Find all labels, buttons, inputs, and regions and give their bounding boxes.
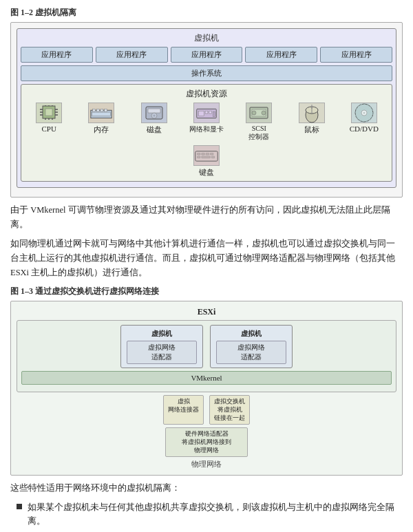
vm-box-label: 虚拟机 xyxy=(21,32,392,44)
svg-rect-28 xyxy=(213,111,215,117)
cdrom-label: CD/DVD xyxy=(350,125,379,133)
icon-item-mouse: 鼠标 xyxy=(289,103,334,141)
os-block: 操作系统 xyxy=(21,65,392,81)
icon-item-cdrom: CD/DVD xyxy=(341,103,386,141)
svg-point-23 xyxy=(153,115,155,117)
fig1-2-label: 图 1–2 虚拟机隔离 xyxy=(10,7,403,19)
hw-adapter: 硬件网络适配器将虚拟机网络接到物理网络 xyxy=(165,427,248,457)
app-block-5: 应用程序 xyxy=(320,47,392,63)
svg-point-32 xyxy=(262,111,266,115)
vm-left-adapter: 虚拟网络适配器 xyxy=(127,341,197,364)
para-2: 如同物理机通过网卡就可与网络中其他计算机进行通信一样，虚拟机也可以通过虚拟交换机… xyxy=(10,237,403,281)
app-block-3: 应用程序 xyxy=(171,47,243,63)
apps-row: 应用程序 应用程序 应用程序 应用程序 应用程序 xyxy=(21,47,392,63)
svg-rect-45 xyxy=(210,153,213,155)
svg-rect-25 xyxy=(199,111,204,116)
mem-label: 内存 xyxy=(94,125,109,135)
svg-rect-17 xyxy=(100,109,103,111)
switch-left-label: 虚拟网络连接器 xyxy=(168,398,199,414)
icon-item-disk: 磁盘 xyxy=(131,103,176,141)
icon-item-net: 网络和显卡 xyxy=(184,103,229,141)
app-block-2: 应用程序 xyxy=(96,47,168,63)
svg-point-31 xyxy=(252,111,256,115)
svg-rect-47 xyxy=(202,156,211,158)
cpu-label: CPU xyxy=(41,125,56,133)
svg-rect-1 xyxy=(45,109,52,116)
svg-rect-26 xyxy=(205,111,208,114)
vm-right-adapter: 虚拟网络适配器 xyxy=(216,341,286,364)
switch-left: 虚拟网络连接器 xyxy=(163,395,204,425)
svg-rect-46 xyxy=(198,156,201,158)
vresource-box: 虚拟机资源 xyxy=(21,84,392,182)
hw-adapter-label: 硬件网络适配器将虚拟机网络接到物理网络 xyxy=(170,430,243,454)
mouse-label: 鼠标 xyxy=(304,125,319,135)
icon-item-scsi: SCSI 控制器 xyxy=(237,103,282,141)
svg-rect-48 xyxy=(211,156,215,158)
para-1: 由于 VMkernel 可调节物理资源及通过其对物理硬件进行的所有访问，因此虚拟… xyxy=(10,203,403,233)
vresource-label: 虚拟机资源 xyxy=(25,88,388,100)
keyboard-label: 键盘 xyxy=(199,167,214,178)
keyboard-icon xyxy=(193,145,220,166)
fig1-2-diagram: 虚拟机 应用程序 应用程序 应用程序 应用程序 应用程序 操作系统 虚拟机资源 xyxy=(10,22,403,198)
app-block-4: 应用程序 xyxy=(245,47,317,63)
switch-right: 虚拟交换机将虚拟机链接在一起 xyxy=(209,395,250,425)
svg-rect-21 xyxy=(148,109,160,113)
fig1-3-diagram: ESXi 虚拟机 虚拟网络适配器 虚拟机 虚拟网络适配器 VMkernel xyxy=(10,301,403,476)
svg-rect-18 xyxy=(105,109,107,111)
scsi-label: SCSI 控制器 xyxy=(248,125,269,141)
svg-rect-43 xyxy=(202,153,205,155)
svg-point-39 xyxy=(363,112,365,114)
disk-label: 磁盘 xyxy=(147,125,162,135)
vm-net-right: 虚拟机 虚拟网络适配器 xyxy=(210,325,293,368)
icon-item-keyboard: 键盘 xyxy=(184,145,229,178)
vm-net-left: 虚拟机 虚拟网络适配器 xyxy=(120,325,203,368)
disk-icon xyxy=(141,103,167,123)
intro-text: 这些特性适用于网络环境中的虚拟机隔离： xyxy=(10,481,403,496)
mouse-icon xyxy=(299,103,325,123)
icon-item-mem: 内存 xyxy=(79,103,124,141)
vmkernel-bar: VMkernel xyxy=(21,371,392,385)
mem-icon xyxy=(88,103,114,123)
svg-rect-16 xyxy=(97,109,100,111)
bullet-1-icon xyxy=(17,504,22,509)
cdrom-icon xyxy=(351,103,377,123)
net-label: 网络和显卡 xyxy=(189,125,224,134)
bullet-item-1: 如果某个虚拟机未与任何其他虚拟机共享虚拟交换机，则该虚拟机与主机中的虚拟网络完全… xyxy=(14,500,403,528)
cpu-icon xyxy=(36,103,62,123)
svg-rect-15 xyxy=(93,109,96,111)
scsi-icon xyxy=(246,103,272,123)
physical-net-label: 物理网络 xyxy=(17,459,396,469)
svg-rect-42 xyxy=(198,153,201,155)
fig1-3-label: 图 1–3 通过虚拟交换机进行虚拟网络连接 xyxy=(10,286,403,297)
vm-box: 虚拟机 应用程序 应用程序 应用程序 应用程序 应用程序 操作系统 虚拟机资源 xyxy=(17,28,396,188)
vm-right-title: 虚拟机 xyxy=(216,329,286,339)
svg-rect-19 xyxy=(92,112,111,116)
svg-rect-44 xyxy=(206,153,209,155)
net-icon xyxy=(193,103,220,123)
svg-rect-27 xyxy=(209,111,212,114)
page-content: 图 1–2 虚拟机隔离 虚拟机 应用程序 应用程序 应用程序 应用程序 应用程序… xyxy=(0,0,413,532)
bullet-1-text: 如果某个虚拟机未与任何其他虚拟机共享虚拟交换机，则该虚拟机与主机中的虚拟网络完全… xyxy=(28,500,403,528)
icon-item-cpu: CPU xyxy=(27,103,72,141)
app-block-1: 应用程序 xyxy=(21,47,93,63)
switch-area: 虚拟网络连接器 虚拟交换机将虚拟机链接在一起 xyxy=(17,395,396,425)
esxi-label: ESXi xyxy=(17,307,396,317)
switch-right-label: 虚拟交换机将虚拟机链接在一起 xyxy=(214,398,245,422)
esxi-inner: 虚拟机 虚拟网络适配器 虚拟机 虚拟网络适配器 xyxy=(21,325,392,368)
vm-left-title: 虚拟机 xyxy=(127,329,197,339)
bullet-list: 如果某个虚拟机未与任何其他虚拟机共享虚拟交换机，则该虚拟机与主机中的虚拟网络完全… xyxy=(14,500,403,532)
icons-grid: CPU xyxy=(25,103,388,178)
